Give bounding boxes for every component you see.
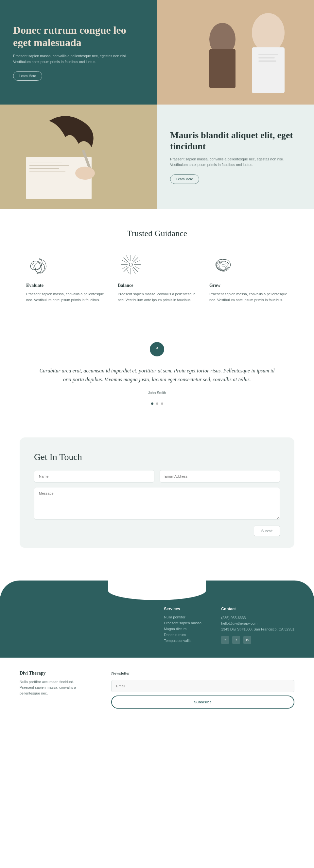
svg-rect-5 (258, 54, 278, 55)
footer-services-list: Nulla porttitor Praesent sapien massa Ma… (164, 615, 201, 643)
linkedin-icon[interactable]: in (244, 636, 251, 644)
contact-title: Get In Touch (34, 452, 280, 462)
evaluate-description: Praesent sapien massa, convallis a pelle… (26, 291, 105, 303)
second-image (0, 104, 157, 209)
contact-card: Get In Touch Submit (20, 437, 294, 548)
balance-description: Praesent sapien massa, convallis a pelle… (118, 291, 196, 303)
quote-pagination (39, 402, 275, 405)
hero-title: Donec rutrum congue leo eget malesuada (13, 24, 144, 49)
svg-point-3 (252, 13, 285, 52)
svg-rect-2 (209, 49, 235, 88)
submit-row: Submit (34, 526, 280, 536)
hero-section: Donec rutrum congue leo eget malesuada P… (0, 0, 314, 209)
footer-newsletter: Newsletter Subscribe (111, 671, 294, 709)
twitter-icon[interactable]: t (232, 636, 240, 644)
contact-form-row-1 (34, 470, 280, 483)
footer-contact-heading: Contact (221, 607, 294, 611)
trusted-section: Trusted Guidance Evaluate Praesent sapie… (0, 209, 314, 322)
hero-learn-more-button[interactable]: Learn More (13, 71, 42, 81)
svg-rect-7 (258, 60, 276, 62)
hero-photo-svg (157, 0, 314, 104)
footer-phone: (235) 955-6333 (221, 615, 294, 621)
second-row: Mauris blandit aliquet elit, eget tincid… (0, 104, 314, 209)
social-icons: f t in (221, 636, 294, 644)
contact-section: Get In Touch Submit (0, 424, 314, 561)
second-right-panel: Mauris blandit aliquet elit, eget tincid… (157, 104, 314, 209)
trusted-item-grow: Grow Praesent sapien massa, convallis a … (209, 252, 288, 303)
svg-point-16 (129, 263, 133, 266)
svg-point-15 (75, 166, 95, 180)
quote-section: “ Curabitur arcu erat, accumsan id imper… (0, 322, 314, 424)
grow-icon (209, 252, 235, 278)
footer-email[interactable]: hello@divitherapy.com (221, 621, 294, 627)
svg-rect-11 (29, 165, 69, 166)
second-photo (0, 104, 157, 209)
footer-service-item-3[interactable]: Magna dictum (164, 627, 201, 631)
footer-services-heading: Services (164, 607, 201, 611)
footer-brand-name: Divi Therapy (20, 671, 85, 676)
second-title: Mauris blandit aliquet elit, eget tincid… (170, 130, 301, 152)
balance-title: Balance (118, 283, 196, 288)
trusted-item-evaluate: Evaluate Praesent sapien massa, convalli… (26, 252, 105, 303)
svg-rect-12 (29, 168, 59, 169)
balance-icon (118, 252, 144, 278)
second-learn-more-button[interactable]: Learn More (170, 175, 199, 184)
footer-contact-col: Contact (235) 955-6333 hello@divitherapy… (221, 607, 294, 645)
submit-button[interactable]: Submit (254, 526, 280, 536)
footer-service-item-2[interactable]: Praesent sapien massa (164, 621, 201, 625)
grow-title: Grow (209, 283, 288, 288)
footer-brand: Divi Therapy Nulla porttitor accumsan ti… (20, 671, 85, 696)
footer-service-item-1[interactable]: Nulla porttitor (164, 615, 201, 619)
second-description: Praesent sapien massa, convallis a pelle… (170, 156, 301, 168)
svg-line-28 (126, 269, 129, 274)
evaluate-title: Evaluate (26, 283, 105, 288)
second-photo-svg (0, 104, 157, 209)
svg-line-26 (135, 266, 140, 269)
hero-left-panel: Donec rutrum congue leo eget malesuada P… (0, 0, 157, 104)
svg-line-32 (133, 269, 135, 274)
quote-text: Curabitur arcu erat, accumsan id imperdi… (39, 366, 275, 384)
quote-dot-1[interactable] (151, 402, 153, 405)
newsletter-email-input[interactable] (111, 680, 294, 692)
footer-brand-description: Nulla porttitor accumsan tincidunt. Prae… (20, 679, 85, 696)
quote-dot-2[interactable] (156, 402, 158, 405)
footer-services-col: Services Nulla porttitor Praesent sapien… (164, 607, 201, 645)
svg-line-31 (126, 255, 129, 261)
svg-line-27 (133, 255, 135, 261)
hero-image (157, 0, 314, 104)
svg-line-25 (122, 260, 127, 263)
svg-line-29 (135, 260, 140, 263)
trusted-item-balance: Balance Praesent sapien massa, convallis… (118, 252, 196, 303)
trusted-title: Trusted Guidance (26, 229, 288, 239)
quote-author: John Smith (39, 391, 275, 395)
svg-rect-6 (258, 57, 275, 59)
footer-columns: Services Nulla porttitor Praesent sapien… (20, 607, 294, 645)
hero-description: Praesent sapien massa, convallis a pelle… (13, 53, 144, 65)
contact-name-input[interactable] (34, 470, 154, 483)
footer-address: 1343 Divi St #1000, San Francisco, CA 32… (221, 627, 294, 632)
hero-photo (157, 0, 314, 104)
facebook-icon[interactable]: f (221, 636, 229, 644)
subscribe-button[interactable]: Subscribe (111, 695, 294, 709)
quote-mark: “ (156, 346, 159, 352)
trusted-grid: Evaluate Praesent sapien massa, convalli… (26, 252, 288, 303)
quote-icon: “ (150, 342, 164, 356)
newsletter-heading: Newsletter (111, 671, 294, 676)
evaluate-icon (26, 252, 52, 278)
contact-message-textarea[interactable] (34, 487, 280, 520)
footer-service-item-5[interactable]: Tempus convallis (164, 639, 201, 643)
svg-rect-13 (29, 172, 65, 172)
quote-dot-3[interactable] (161, 402, 163, 405)
footer-top: Services Nulla porttitor Praesent sapien… (0, 581, 314, 658)
footer-bottom: Divi Therapy Nulla porttitor accumsan ti… (0, 658, 314, 722)
svg-line-30 (122, 266, 127, 269)
grow-description: Praesent sapien massa, convallis a pelle… (209, 291, 288, 303)
svg-rect-10 (29, 162, 62, 162)
contact-email-input[interactable] (160, 470, 280, 483)
footer-service-item-4[interactable]: Donec rutrum (164, 633, 201, 637)
footer: Services Nulla porttitor Praesent sapien… (0, 581, 314, 722)
